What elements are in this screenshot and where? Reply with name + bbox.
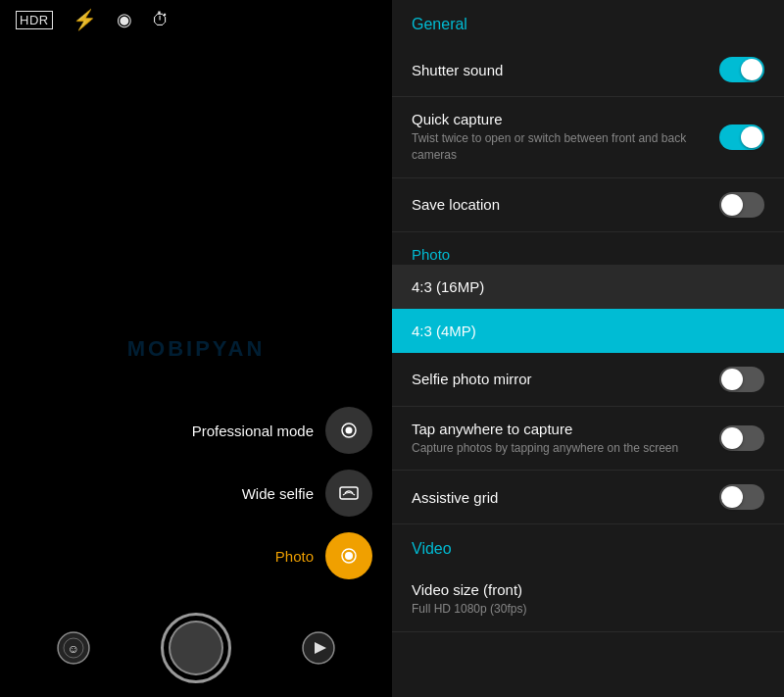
assistive-grid-toggle[interactable] <box>719 484 764 510</box>
mode-item-professional[interactable]: Professional mode <box>192 407 372 454</box>
shutter-sound-row: Shutter sound <box>392 43 784 97</box>
dropdown-option-4mp[interactable]: 4:3 (4MP) <box>392 309 784 353</box>
photo-section: Photo <box>392 232 784 265</box>
selfie-mirror-label: Selfie photo mirror <box>412 371 708 387</box>
hdr-icon[interactable]: HDR <box>16 11 53 29</box>
dropdown-option-16mp[interactable]: 4:3 (16MP) <box>392 265 784 309</box>
photo-section-title: Photo <box>392 232 784 265</box>
shutter-inner <box>169 621 223 675</box>
video-button[interactable] <box>297 626 340 670</box>
video-size-front-desc: Full HD 1080p (30fps) <box>412 601 753 618</box>
assistive-grid-row: Assistive grid <box>392 471 784 524</box>
save-location-info: Save location <box>412 196 719 213</box>
camera-top-bar: HDR ⚡ ◉ ⏱ <box>0 0 392 39</box>
mode-btn-professional[interactable] <box>325 407 372 454</box>
video-size-front-label: Video size (front) <box>412 581 753 598</box>
mode-item-photo[interactable]: Photo <box>275 532 372 579</box>
selfie-mirror-row: Selfie photo mirror <box>392 353 784 407</box>
tap-anywhere-row: Tap anywhere to capture Capture photos b… <box>392 407 784 472</box>
tap-anywhere-label: Tap anywhere to capture <box>412 421 708 437</box>
camera-panel: HDR ⚡ ◉ ⏱ MOBIPYAN Professional mode Wid… <box>0 0 392 697</box>
save-location-toggle[interactable] <box>719 192 764 218</box>
camera-flip-icon[interactable]: ◉ <box>117 9 132 30</box>
mode-label-photo: Photo <box>275 548 314 565</box>
mode-label-professional: Professional mode <box>192 423 314 439</box>
quick-capture-row: Quick capture Twist twice to open or swi… <box>392 97 784 178</box>
camera-viewfinder: MOBIPYAN <box>0 0 392 697</box>
mode-label-wide-selfie: Wide selfie <box>242 485 314 502</box>
shutter-sound-toggle[interactable] <box>719 57 764 82</box>
gallery-button[interactable]: ☺ <box>52 626 95 670</box>
mode-item-wide-selfie[interactable]: Wide selfie <box>242 470 372 517</box>
assistive-grid-info: Assistive grid <box>412 489 719 506</box>
video-section-title: Video <box>392 524 784 568</box>
save-location-row: Save location <box>392 178 784 232</box>
svg-text:☺: ☺ <box>68 642 79 656</box>
video-size-front-info: Video size (front) Full HD 1080p (30fps) <box>412 581 764 618</box>
shutter-button[interactable] <box>161 613 231 683</box>
tap-anywhere-toggle[interactable] <box>719 425 764 451</box>
settings-panel: General Shutter sound Quick capture Twis… <box>392 0 784 697</box>
timer-icon[interactable]: ⏱ <box>152 10 170 30</box>
selfie-mirror-toggle[interactable] <box>719 367 764 392</box>
mode-btn-photo[interactable] <box>325 532 372 579</box>
camera-mode-list: Professional mode Wide selfie Photo <box>192 407 372 579</box>
svg-point-1 <box>346 427 353 434</box>
quick-capture-label: Quick capture <box>412 111 708 127</box>
photo-size-dropdown[interactable]: 4:3 (16MP) 4:3 (4MP) <box>392 265 784 353</box>
flash-icon[interactable]: ⚡ <box>73 8 97 31</box>
svg-point-4 <box>345 552 353 560</box>
watermark: MOBIPYAN <box>127 336 266 362</box>
save-location-label: Save location <box>412 196 708 213</box>
tap-anywhere-info: Tap anywhere to capture Capture photos b… <box>412 421 719 457</box>
tap-anywhere-desc: Capture photos by tapping anywhere on th… <box>412 440 708 457</box>
video-size-front-row[interactable]: Video size (front) Full HD 1080p (30fps) <box>392 568 784 632</box>
shutter-sound-info: Shutter sound <box>412 62 719 78</box>
quick-capture-toggle[interactable] <box>719 124 764 150</box>
camera-bottom-bar: ☺ <box>0 599 392 697</box>
shutter-sound-label: Shutter sound <box>412 62 708 78</box>
mode-btn-wide-selfie[interactable] <box>325 470 372 517</box>
assistive-grid-label: Assistive grid <box>412 489 708 506</box>
general-section-title: General <box>392 0 784 43</box>
selfie-mirror-info: Selfie photo mirror <box>412 371 719 387</box>
quick-capture-info: Quick capture Twist twice to open or swi… <box>412 111 719 164</box>
quick-capture-desc: Twist twice to open or switch between fr… <box>412 130 708 164</box>
